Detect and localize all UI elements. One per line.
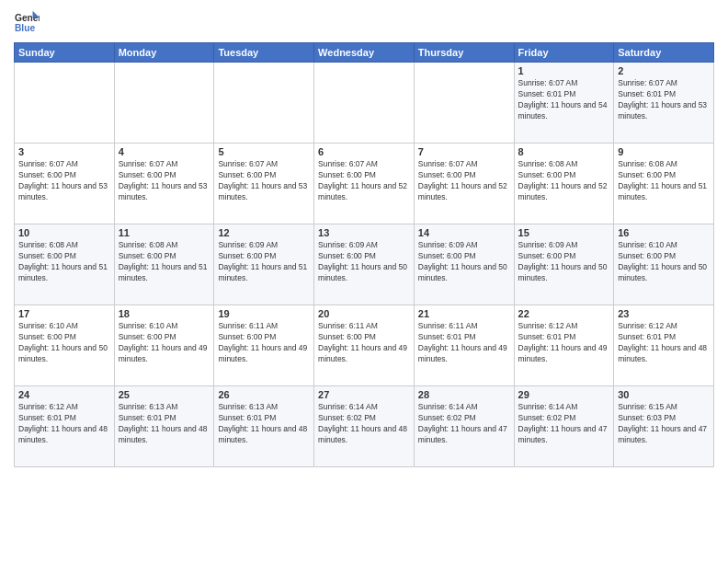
calendar-table: SundayMondayTuesdayWednesdayThursdayFrid…	[14, 42, 714, 467]
calendar-page: General Blue SundayMondayTuesdayWednesda…	[0, 0, 728, 563]
day-cell: 13Sunrise: 6:09 AM Sunset: 6:00 PM Dayli…	[314, 224, 415, 305]
day-cell	[314, 63, 415, 144]
day-number: 3	[18, 146, 110, 157]
day-info: Sunrise: 6:07 AM Sunset: 6:01 PM Dayligh…	[618, 78, 710, 122]
day-number: 16	[618, 227, 710, 238]
day-cell: 4Sunrise: 6:07 AM Sunset: 6:00 PM Daylig…	[114, 144, 214, 224]
day-cell: 6Sunrise: 6:07 AM Sunset: 6:00 PM Daylig…	[314, 144, 415, 224]
day-info: Sunrise: 6:07 AM Sunset: 6:01 PM Dayligh…	[518, 78, 610, 122]
day-cell: 9Sunrise: 6:08 AM Sunset: 6:00 PM Daylig…	[614, 144, 714, 224]
day-cell: 23Sunrise: 6:12 AM Sunset: 6:01 PM Dayli…	[614, 305, 714, 386]
day-info: Sunrise: 6:07 AM Sunset: 6:00 PM Dayligh…	[218, 159, 310, 203]
week-row-2: 3Sunrise: 6:07 AM Sunset: 6:00 PM Daylig…	[15, 144, 714, 224]
day-info: Sunrise: 6:11 AM Sunset: 6:00 PM Dayligh…	[218, 321, 310, 365]
day-number: 11	[119, 227, 210, 238]
day-info: Sunrise: 6:15 AM Sunset: 6:03 PM Dayligh…	[618, 402, 710, 446]
day-number: 26	[218, 389, 310, 400]
day-cell: 3Sunrise: 6:07 AM Sunset: 6:00 PM Daylig…	[15, 144, 115, 224]
day-header-saturday: Saturday	[614, 43, 714, 63]
day-cell: 28Sunrise: 6:14 AM Sunset: 6:02 PM Dayli…	[414, 386, 514, 467]
day-number: 2	[618, 65, 710, 76]
day-cell: 29Sunrise: 6:14 AM Sunset: 6:02 PM Dayli…	[514, 386, 614, 467]
day-info: Sunrise: 6:13 AM Sunset: 6:01 PM Dayligh…	[218, 402, 310, 446]
day-number: 6	[318, 146, 410, 157]
day-cell: 24Sunrise: 6:12 AM Sunset: 6:01 PM Dayli…	[15, 386, 115, 467]
day-number: 8	[518, 146, 610, 157]
day-cell: 2Sunrise: 6:07 AM Sunset: 6:01 PM Daylig…	[614, 63, 714, 144]
day-number: 17	[18, 308, 110, 319]
day-header-friday: Friday	[514, 43, 614, 63]
day-info: Sunrise: 6:10 AM Sunset: 6:00 PM Dayligh…	[618, 240, 710, 284]
day-cell: 11Sunrise: 6:08 AM Sunset: 6:00 PM Dayli…	[114, 224, 214, 305]
day-info: Sunrise: 6:09 AM Sunset: 6:00 PM Dayligh…	[218, 240, 310, 284]
day-number: 14	[418, 227, 510, 238]
day-info: Sunrise: 6:14 AM Sunset: 6:02 PM Dayligh…	[318, 402, 410, 446]
day-cell: 17Sunrise: 6:10 AM Sunset: 6:00 PM Dayli…	[15, 305, 115, 386]
day-number: 13	[318, 227, 410, 238]
day-number: 20	[318, 308, 410, 319]
day-info: Sunrise: 6:12 AM Sunset: 6:01 PM Dayligh…	[518, 321, 610, 365]
week-row-4: 17Sunrise: 6:10 AM Sunset: 6:00 PM Dayli…	[15, 305, 714, 386]
day-number: 12	[218, 227, 310, 238]
day-header-tuesday: Tuesday	[214, 43, 314, 63]
day-info: Sunrise: 6:11 AM Sunset: 6:00 PM Dayligh…	[318, 321, 410, 365]
logo: General Blue	[14, 9, 43, 35]
day-info: Sunrise: 6:07 AM Sunset: 6:00 PM Dayligh…	[318, 159, 410, 203]
week-row-5: 24Sunrise: 6:12 AM Sunset: 6:01 PM Dayli…	[15, 386, 714, 467]
day-cell	[414, 63, 514, 144]
day-cell: 27Sunrise: 6:14 AM Sunset: 6:02 PM Dayli…	[314, 386, 415, 467]
day-cell: 15Sunrise: 6:09 AM Sunset: 6:00 PM Dayli…	[514, 224, 614, 305]
calendar-header-row: SundayMondayTuesdayWednesdayThursdayFrid…	[15, 43, 714, 63]
day-info: Sunrise: 6:08 AM Sunset: 6:00 PM Dayligh…	[618, 159, 710, 203]
day-number: 30	[618, 389, 710, 400]
day-info: Sunrise: 6:07 AM Sunset: 6:00 PM Dayligh…	[418, 159, 510, 203]
day-number: 18	[119, 308, 210, 319]
day-info: Sunrise: 6:09 AM Sunset: 6:00 PM Dayligh…	[518, 240, 610, 284]
day-info: Sunrise: 6:07 AM Sunset: 6:00 PM Dayligh…	[119, 159, 210, 203]
day-number: 29	[518, 389, 610, 400]
day-cell: 10Sunrise: 6:08 AM Sunset: 6:00 PM Dayli…	[15, 224, 115, 305]
week-row-1: 1Sunrise: 6:07 AM Sunset: 6:01 PM Daylig…	[15, 63, 714, 144]
day-info: Sunrise: 6:07 AM Sunset: 6:00 PM Dayligh…	[18, 159, 110, 203]
day-cell: 26Sunrise: 6:13 AM Sunset: 6:01 PM Dayli…	[214, 386, 314, 467]
day-info: Sunrise: 6:09 AM Sunset: 6:00 PM Dayligh…	[418, 240, 510, 284]
day-cell: 1Sunrise: 6:07 AM Sunset: 6:01 PM Daylig…	[514, 63, 614, 144]
day-cell: 12Sunrise: 6:09 AM Sunset: 6:00 PM Dayli…	[214, 224, 314, 305]
day-number: 4	[119, 146, 210, 157]
day-info: Sunrise: 6:08 AM Sunset: 6:00 PM Dayligh…	[119, 240, 210, 284]
day-cell: 25Sunrise: 6:13 AM Sunset: 6:01 PM Dayli…	[114, 386, 214, 467]
day-number: 21	[418, 308, 510, 319]
day-number: 1	[518, 65, 610, 76]
day-cell: 20Sunrise: 6:11 AM Sunset: 6:00 PM Dayli…	[314, 305, 415, 386]
day-info: Sunrise: 6:12 AM Sunset: 6:01 PM Dayligh…	[18, 402, 110, 446]
day-header-wednesday: Wednesday	[314, 43, 415, 63]
day-number: 10	[18, 227, 110, 238]
day-header-sunday: Sunday	[15, 43, 115, 63]
day-cell	[214, 63, 314, 144]
day-number: 22	[518, 308, 610, 319]
day-number: 23	[618, 308, 710, 319]
day-info: Sunrise: 6:10 AM Sunset: 6:00 PM Dayligh…	[119, 321, 210, 365]
day-cell: 16Sunrise: 6:10 AM Sunset: 6:00 PM Dayli…	[614, 224, 714, 305]
day-number: 5	[218, 146, 310, 157]
day-header-thursday: Thursday	[414, 43, 514, 63]
day-info: Sunrise: 6:08 AM Sunset: 6:00 PM Dayligh…	[18, 240, 110, 284]
day-info: Sunrise: 6:12 AM Sunset: 6:01 PM Dayligh…	[618, 321, 710, 365]
day-cell: 22Sunrise: 6:12 AM Sunset: 6:01 PM Dayli…	[514, 305, 614, 386]
day-cell: 8Sunrise: 6:08 AM Sunset: 6:00 PM Daylig…	[514, 144, 614, 224]
day-info: Sunrise: 6:11 AM Sunset: 6:01 PM Dayligh…	[418, 321, 510, 365]
day-header-monday: Monday	[114, 43, 214, 63]
day-cell: 14Sunrise: 6:09 AM Sunset: 6:00 PM Dayli…	[414, 224, 514, 305]
day-cell: 21Sunrise: 6:11 AM Sunset: 6:01 PM Dayli…	[414, 305, 514, 386]
day-info: Sunrise: 6:08 AM Sunset: 6:00 PM Dayligh…	[518, 159, 610, 203]
day-number: 27	[318, 389, 410, 400]
day-cell	[15, 63, 115, 144]
day-number: 28	[418, 389, 510, 400]
day-info: Sunrise: 6:14 AM Sunset: 6:02 PM Dayligh…	[518, 402, 610, 446]
day-number: 24	[18, 389, 110, 400]
day-number: 15	[518, 227, 610, 238]
day-info: Sunrise: 6:13 AM Sunset: 6:01 PM Dayligh…	[119, 402, 210, 446]
logo-icon: General Blue	[14, 9, 40, 35]
day-cell	[114, 63, 214, 144]
day-cell: 19Sunrise: 6:11 AM Sunset: 6:00 PM Dayli…	[214, 305, 314, 386]
